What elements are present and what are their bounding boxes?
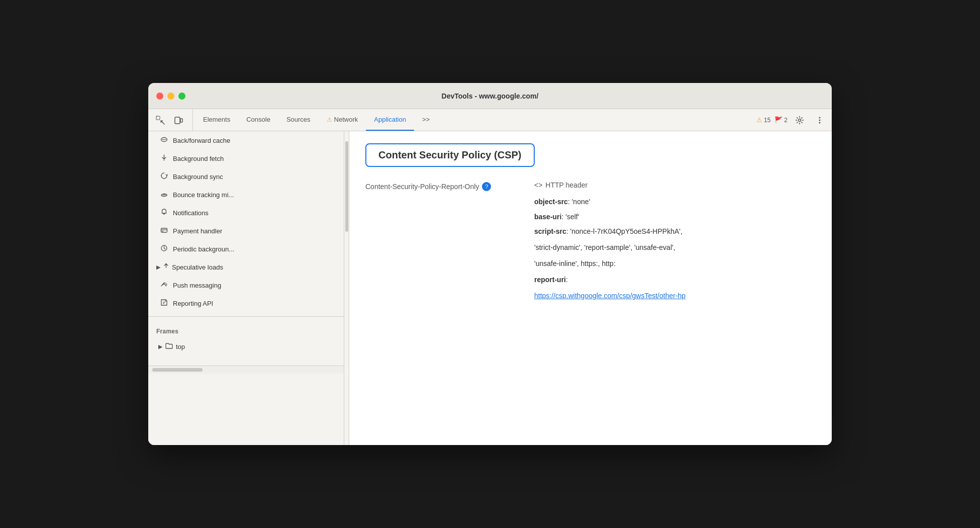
frames-section-label: Frames — [148, 321, 344, 338]
csp-title: Content Security Policy (CSP) — [378, 149, 522, 160]
sidebar-item-back-forward-cache[interactable]: Back/forward cache — [148, 131, 344, 149]
background-sync-icon — [160, 172, 168, 181]
sidebar-item-bounce-tracking[interactable]: Bounce tracking mi... — [148, 186, 344, 204]
directive-base-uri: base-uri: 'self' — [534, 212, 816, 221]
svg-rect-2 — [180, 119, 182, 122]
frames-expand-icon: ▶ — [158, 343, 162, 350]
err-icon: 🚩 — [774, 116, 782, 124]
sidebar-item-frames-top[interactable]: ▶ top — [148, 338, 344, 356]
background-fetch-icon — [160, 154, 168, 163]
svg-rect-1 — [175, 117, 180, 124]
sidebar-item-label: Push messaging — [173, 282, 221, 289]
more-options-button[interactable] — [812, 112, 828, 128]
svg-rect-0 — [156, 116, 160, 120]
directive-object-src: object-src: 'none' — [534, 197, 816, 206]
folder-icon — [165, 342, 173, 351]
svg-rect-9 — [161, 228, 167, 232]
sidebar-item-background-sync[interactable]: Background sync — [148, 167, 344, 186]
inspect-element-button[interactable] — [152, 112, 168, 128]
tab-network[interactable]: ⚠ Network — [319, 109, 366, 131]
sidebar-item-label: Background fetch — [173, 155, 224, 162]
sidebar-item-periodic-background[interactable]: Periodic backgroun... — [148, 240, 344, 258]
policy-values: <> HTTP header object-src: 'none' base-u… — [534, 181, 816, 308]
warn-icon: ⚠ — [756, 116, 762, 124]
frames-top-label: top — [176, 343, 185, 350]
sidebar-item-background-fetch[interactable]: Background fetch — [148, 149, 344, 167]
settings-button[interactable] — [792, 112, 808, 128]
svg-point-4 — [819, 117, 821, 118]
sidebar-item-label: Notifications — [173, 209, 209, 217]
devtools-window: DevTools - www.google.com/ — [148, 83, 832, 445]
info-icon[interactable]: ? — [482, 182, 491, 191]
sidebar-item-label: Back/forward cache — [173, 137, 230, 144]
sidebar-item-label: Background sync — [173, 173, 223, 181]
sidebar-divider — [148, 316, 344, 317]
tab-application[interactable]: Application — [366, 109, 414, 131]
svg-rect-10 — [162, 231, 163, 232]
expand-icon: ▶ — [156, 264, 160, 271]
directive-report-uri: report-uri: https://csp.withgoogle.com/c… — [534, 276, 816, 300]
policy-name: Content-Security-Policy-Report-Only ? — [365, 181, 526, 191]
tabs: Elements Console Sources ⚠ Network Appli… — [195, 109, 752, 131]
sidebar-scrollbar-v-thumb[interactable] — [345, 141, 348, 232]
device-toolbar-button[interactable] — [170, 112, 186, 128]
sidebar-scrollbar-v — [344, 131, 349, 445]
sidebar-scrollbar-thumb[interactable] — [152, 368, 203, 372]
titlebar: DevTools - www.google.com/ — [148, 83, 832, 109]
tab-more[interactable]: >> — [414, 109, 438, 131]
toolbar-icon-group — [152, 109, 193, 131]
sidebar-item-label: Bounce tracking mi... — [173, 191, 234, 199]
error-badge[interactable]: 🚩 2 — [774, 116, 788, 124]
payment-handler-icon — [160, 226, 168, 235]
tab-console[interactable]: Console — [238, 109, 278, 131]
back-forward-icon — [160, 136, 168, 145]
devtools-body: Elements Console Sources ⚠ Network Appli… — [148, 109, 832, 445]
minimize-button[interactable] — [167, 93, 174, 100]
svg-point-5 — [819, 119, 821, 121]
bounce-tracking-icon — [160, 190, 168, 199]
directive-script-src: script-src: 'nonce-l-7rK04QpY5oeS4-HPPkh… — [534, 227, 816, 268]
csp-title-box: Content Security Policy (CSP) — [365, 143, 535, 167]
sidebar-item-label: Reporting API — [173, 300, 213, 307]
toolbar: Elements Console Sources ⚠ Network Appli… — [148, 109, 832, 131]
speculative-loads-icon — [162, 262, 170, 272]
traffic-lights — [156, 93, 185, 100]
sidebar-item-notifications[interactable]: Notifications — [148, 204, 344, 222]
sidebar: Back/forward cache Background fetch — [148, 131, 344, 445]
toolbar-right: ⚠ 15 🚩 2 — [752, 109, 828, 131]
sidebar-item-label: Speculative loads — [172, 263, 223, 271]
tab-sources[interactable]: Sources — [278, 109, 319, 131]
svg-point-6 — [819, 122, 821, 123]
warning-badge[interactable]: ⚠ 15 — [756, 116, 770, 124]
reporting-api-icon — [160, 299, 168, 308]
sidebar-item-reporting-api[interactable]: Reporting API — [148, 294, 344, 312]
sidebar-item-speculative-loads[interactable]: ▶ Speculative loads — [148, 258, 344, 276]
main-content: Content Security Policy (CSP) Content-Se… — [349, 131, 832, 445]
content-area: Back/forward cache Background fetch — [148, 131, 832, 445]
periodic-background-icon — [160, 244, 168, 253]
tab-elements[interactable]: Elements — [195, 109, 238, 131]
maximize-button[interactable] — [178, 93, 185, 100]
sidebar-item-payment-handler[interactable]: Payment handler — [148, 222, 344, 240]
sidebar-scrollbar-area — [148, 366, 344, 374]
window-title: DevTools - www.google.com/ — [442, 92, 539, 100]
sidebar-item-label: Periodic backgroun... — [173, 245, 234, 253]
http-header-row: <> HTTP header — [534, 181, 816, 189]
svg-point-3 — [799, 119, 801, 121]
policy-row: Content-Security-Policy-Report-Only ? <>… — [365, 181, 816, 308]
code-icon: <> — [534, 181, 542, 189]
report-uri-link[interactable]: https://csp.withgoogle.com/csp/gwsTest/o… — [534, 292, 816, 300]
sidebar-item-push-messaging[interactable]: Push messaging — [148, 276, 344, 294]
network-warning-icon: ⚠ — [327, 116, 332, 123]
push-messaging-icon — [160, 281, 168, 290]
notifications-icon — [160, 208, 168, 217]
sidebar-item-label: Payment handler — [173, 227, 222, 235]
close-button[interactable] — [156, 93, 163, 100]
